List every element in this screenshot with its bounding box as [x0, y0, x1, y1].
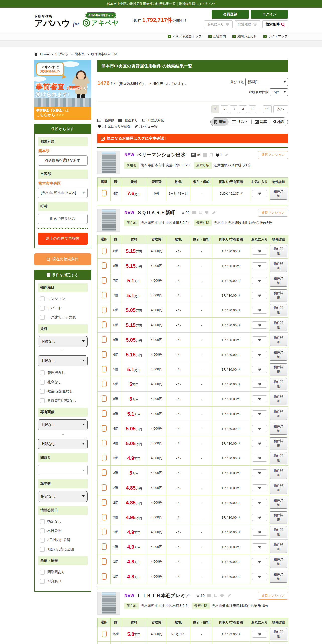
select-checkbox[interactable] [102, 543, 107, 550]
page-button[interactable]: 次へ [273, 105, 288, 113]
nav-link[interactable]: お問い合わせ [232, 34, 257, 39]
checkbox[interactable] [40, 296, 45, 301]
page-button[interactable]: ... [258, 105, 261, 113]
select-checkbox[interactable] [102, 573, 107, 580]
property-name[interactable]: ＳＱＵＡＲＥ新町 [137, 209, 175, 216]
per-page-select[interactable]: 15件 [270, 88, 288, 96]
select-checkbox[interactable] [102, 351, 107, 358]
select-checkbox[interactable] [102, 395, 107, 402]
select-checkbox[interactable] [102, 410, 107, 417]
nav-link[interactable]: アキベヤ総合トップ [168, 34, 202, 39]
detail-button[interactable]: 物件詳細 [270, 188, 287, 200]
favorite-button[interactable] [252, 277, 267, 284]
rent-min-select[interactable]: 下限なし [38, 336, 88, 347]
select-checkbox[interactable] [102, 631, 107, 637]
tab-photo[interactable]: 写真 [251, 118, 270, 126]
site-logo[interactable]: 不動産情報 アパハウ for 全国不動産情報サイト アキベヤ [34, 13, 119, 28]
property-name[interactable]: ベリーマンション出水 [137, 152, 185, 158]
detail-button[interactable]: 物件詳細 [270, 289, 287, 301]
select-checkbox[interactable] [102, 381, 107, 387]
detail-button[interactable]: 物件詳細 [270, 319, 287, 331]
published-option-checkbox[interactable]: 3日以内に公開 [40, 538, 87, 543]
favorite-button[interactable] [252, 336, 267, 343]
published-option-checkbox[interactable]: 本日公開 [40, 528, 87, 533]
favorite-button[interactable] [252, 631, 267, 638]
detail-button[interactable]: 物件詳細 [270, 541, 287, 553]
image-option-checkbox[interactable]: 写真あり [40, 579, 87, 584]
detail-button[interactable]: 物件詳細 [270, 363, 287, 375]
favorite-button[interactable] [252, 484, 267, 491]
search-conditions-button[interactable]: 検索条件 [262, 20, 288, 28]
area-max-select[interactable]: 上限なし [38, 439, 88, 449]
select-checkbox[interactable] [102, 455, 107, 461]
detail-button[interactable]: 物件詳細 [270, 378, 287, 390]
favorite-button[interactable] [252, 351, 267, 358]
published-option-checkbox[interactable]: 1週間以内に公開 [40, 547, 87, 552]
select-checkbox[interactable] [102, 529, 107, 535]
detail-button[interactable]: 物件詳細 [270, 260, 287, 272]
favorite-button[interactable] [252, 248, 267, 255]
checkbox[interactable] [40, 306, 45, 311]
favorite-button[interactable] [252, 440, 267, 447]
detail-button[interactable]: 物件詳細 [270, 643, 287, 644]
select-checkbox[interactable] [102, 262, 107, 269]
nav-link[interactable]: サイトマップ [263, 34, 288, 39]
checkbox[interactable] [40, 519, 45, 524]
rent-option-checkbox[interactable]: 敷金/保証金なし [40, 389, 87, 394]
re-search-button[interactable]: 以上の条件で再検索 [38, 233, 88, 245]
checkbox[interactable] [40, 538, 45, 543]
pre-screening-ad-banner[interactable]: アキベヤで 賃貸保証会社の 事前審査（仮審査）が 受けられます! 事前審査（仮審… [34, 60, 91, 120]
favorite-button[interactable] [252, 410, 267, 417]
detail-button[interactable]: 物件詳細 [270, 452, 287, 464]
detail-button[interactable]: 物件詳細 [270, 304, 287, 316]
favorite-button[interactable] [252, 469, 267, 476]
select-checkbox[interactable] [102, 292, 107, 298]
checkbox[interactable] [40, 570, 45, 575]
select-checkbox[interactable] [102, 248, 107, 254]
register-button[interactable]: 会員登録 [212, 10, 249, 19]
select-checkbox[interactable] [102, 484, 107, 491]
detail-button[interactable]: 物件詳細 [270, 437, 287, 449]
favorite-button[interactable] [252, 190, 267, 197]
favorite-button[interactable] [252, 366, 267, 373]
checkbox[interactable] [40, 380, 45, 385]
detail-button[interactable]: 物件詳細 [270, 334, 287, 346]
favorite-button[interactable] [252, 558, 267, 565]
favorite-button[interactable] [252, 395, 267, 402]
favorite-button[interactable] [252, 307, 267, 314]
favorite-button[interactable] [252, 381, 267, 388]
building-age-select[interactable]: 指定なし [38, 491, 88, 502]
area-min-select[interactable]: 下限なし [38, 419, 88, 430]
checkbox[interactable] [40, 547, 45, 552]
detail-button[interactable]: 物件詳細 [270, 408, 287, 420]
property-type-checkbox[interactable]: マンション [40, 296, 87, 301]
detail-button[interactable]: 物件詳細 [270, 245, 287, 257]
rent-option-checkbox[interactable]: 管理費含む [40, 370, 87, 375]
detail-button[interactable]: 物件詳細 [270, 571, 287, 583]
select-checkbox[interactable] [102, 336, 107, 343]
favorite-button[interactable] [252, 262, 267, 269]
checkbox[interactable] [40, 579, 45, 584]
history-button[interactable]: 閲覧履歴 [235, 20, 260, 28]
page-button[interactable]: 1 [211, 105, 219, 113]
reselect-prefecture-button[interactable]: 都道府県を選びなおす [38, 155, 88, 166]
tab-building[interactable]: 建物 [211, 118, 229, 126]
select-checkbox[interactable] [102, 558, 107, 565]
vacancy-check-banner[interactable]: 気になるお部屋はスグに空室確認！ [97, 134, 288, 143]
favorite-button[interactable] [252, 514, 267, 521]
page-button[interactable]: 4 [239, 105, 247, 113]
current-conditions-button[interactable]: 現在の検索条件 [34, 253, 91, 265]
page-button[interactable]: 3 [230, 105, 237, 113]
published-option-checkbox[interactable]: 指定なし [40, 519, 87, 524]
property-photo[interactable] [97, 151, 120, 174]
favorite-button[interactable] [252, 425, 267, 432]
detail-button[interactable]: 物件詳細 [270, 349, 287, 361]
detail-button[interactable]: 物件詳細 [270, 423, 287, 435]
page-button[interactable]: 99 [263, 105, 272, 113]
property-type-checkbox[interactable]: アパート [40, 306, 87, 311]
select-checkbox[interactable] [102, 499, 107, 506]
favorite-button[interactable] [252, 573, 267, 580]
favorite-button[interactable] [252, 499, 267, 506]
login-button[interactable]: ログイン [251, 10, 288, 19]
select-checkbox[interactable] [102, 425, 107, 432]
